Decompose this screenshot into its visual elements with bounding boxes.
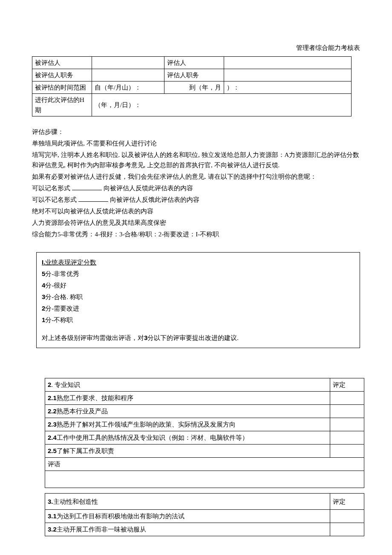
eval-row: 2.2熟悉本行业及产品 <box>45 405 330 418</box>
info-label: 被评怙的时间范困 <box>32 81 92 94</box>
score-text: 分-非常优秀 <box>45 270 79 277</box>
eval-row-no: 2.2 <box>48 407 57 415</box>
eval-header: 3.主动性和创造性 <box>45 494 330 510</box>
eval-row-text: 工作中使用工具的熟练情况及专业知识（例如：涔材、电脑软件等） <box>57 434 248 441</box>
score-text: 分-不称职 <box>45 317 73 323</box>
info-value: （年，月/日）： <box>92 94 352 116</box>
eval-row-text: 了解下属工作及职责 <box>57 447 114 454</box>
info-value <box>92 69 164 81</box>
eval-table-2: 2. 专业知识 评定 2.1熟您工作要求、技能和程序 2.2熟悉本行业及产品 2… <box>45 378 364 488</box>
eval-row-no: 2.1 <box>48 394 57 401</box>
info-label: 评估人职务 <box>164 69 224 81</box>
score-text: 分-合格. 称职 <box>45 293 83 300</box>
eval-comment-label: 评语 <box>45 458 364 471</box>
step-line: 可以记名形式向被评估人反馈此评估表的内容 <box>32 183 360 193</box>
info-value <box>224 57 352 69</box>
eval-row: 2.3熟悉并了解对其工作领域产生影响的政策、实际情况及发展方向 <box>45 418 330 431</box>
eval-row-no: 2.3 <box>48 421 57 428</box>
eval-row-no: 3.1 <box>48 512 57 520</box>
eval-rating-cell <box>330 418 364 431</box>
eval-row-text: 熟悉本行业及产品 <box>57 408 108 415</box>
eval-rating-cell <box>330 431 364 445</box>
eval-table-3: 3.主动性和创造性 评定 3.1为达到工作目标而积极地做出有影响力的法试 3.2… <box>45 493 364 536</box>
eval-header: 2. 专业知识 <box>45 378 330 392</box>
info-label: 被评估人 <box>32 57 92 69</box>
eval-header-rating: 评定 <box>330 378 364 392</box>
eval-rating-cell <box>330 523 364 536</box>
step-line: 绝对不可以向被评估人反馈此评估表的内容 <box>32 206 360 216</box>
blank-line <box>72 190 102 190</box>
section-1-title: 业统表现评定分数 <box>45 259 96 266</box>
info-label: 进行此次评估的H期 <box>32 94 92 116</box>
info-value: 自（年/月山）： <box>92 81 164 94</box>
steps-title: 评估步骤： <box>32 127 360 137</box>
info-table: 被评估人 评估人 被评估人职务 评估人职务 被评怙的时间范困 自（年/月山）： … <box>32 56 352 116</box>
eval-rating-cell <box>330 392 364 405</box>
section-1-note: 分以下的评审要提出改进的建议. <box>147 334 239 341</box>
step-text: 埴写完毕, 注明本人姓名和职位. 以及被评估人的姓名和职位, 独立发送给总部人力… <box>32 151 359 169</box>
eval-row-no: 2.4 <box>48 434 57 441</box>
eval-header-title: 主动性和创造性 <box>53 498 98 505</box>
eval-row: 2.4工作中使用工具的熟练情况及专业知识（例如：涔材、电脑软件等） <box>45 431 330 445</box>
info-label: 评估人 <box>164 57 224 69</box>
eval-header-title: . 专业知识 <box>51 381 80 388</box>
eval-row: 3.2主动开展工作而非一味被动服从 <box>45 523 330 536</box>
blank-line <box>78 201 108 202</box>
eval-row: 2.1熟您工作要求、技能和程序 <box>45 392 330 405</box>
eval-row-text: 主动开展工作而非一味被动服从 <box>57 526 146 533</box>
section-1-note: 对上述各级别评审均需做出评语，对 <box>42 334 144 341</box>
step-text: 综合能力5-非常优秀：4-很好：3-合格/称职：2-衙要改进：I-不称职 <box>32 231 219 238</box>
eval-row: 3.1为达到工作目标而积极地做出有影响力的法试 <box>45 510 330 523</box>
step-text: 向被评估人反馈此评估表的内容 <box>104 185 193 192</box>
eval-header-no: 3. <box>48 498 53 505</box>
step-line: 综合能力5-非常优秀：4-很好：3-合格/称职：2-衙要改进：I-不称职 <box>32 229 360 239</box>
step-text: 可以不记名形式 <box>32 196 77 203</box>
info-label: 到（年，月 <box>164 81 224 94</box>
info-value: ）： <box>224 81 352 94</box>
score-text: 分-需要改进 <box>45 305 79 312</box>
info-value <box>224 69 352 81</box>
steps-block: 评估步骤： 单独埴局此项评估, 不需要和任何人进行讨论 埴写完毕, 注明本人姓名… <box>32 127 360 239</box>
info-value <box>92 57 164 69</box>
eval-row-no: 2.5 <box>48 447 57 454</box>
eval-rating-cell <box>330 510 364 523</box>
step-text: 向被评估人反饿此评估表的内容 <box>110 196 199 203</box>
eval-row-text: 为达到工作目标而积极地做出有影响力的法试 <box>57 513 184 520</box>
eval-row-text: 熟悉并了解对其工作领域产生影响的政策、实际情况及发展方向 <box>57 421 236 428</box>
eval-row-text: 熟您工作要求、技能和程序 <box>57 395 133 401</box>
eval-row: 2.5了解下属工作及职责 <box>45 445 330 458</box>
eval-row-no: 3.2 <box>48 526 57 533</box>
step-line: 可以不记名形式向被评估人反饿此评估表的内容 <box>32 195 360 205</box>
page-title: 管理者综合能力考核表 <box>32 43 360 53</box>
eval-comment-cell <box>45 471 364 488</box>
score-text: 分-很好 <box>45 282 66 289</box>
step-line: 人力资源部会符评估人的意见及其结果高度保密 <box>32 218 360 228</box>
eval-rating-cell <box>330 445 364 458</box>
section-1-box: I.业统表现评定分数 5分-非常优秀 4分-很好 3分-合格. 称职 2分-需要… <box>36 252 360 348</box>
step-text: 可以记名形式 <box>32 185 70 192</box>
step-line: 埴写完毕, 注明本人姓名和职位. 以及被评估人的姓名和职位, 独立发送给总部人力… <box>32 150 360 170</box>
info-label: 被评估人职务 <box>32 69 92 81</box>
step-line: 如果有必要对被评估人进行反健，我们会先征求评估人的意见. 请在以下的选择中打勾注… <box>32 171 360 182</box>
eval-rating-cell <box>330 405 364 418</box>
step-line: 单独埴局此项评估, 不需要和任何人进行讨论 <box>32 138 360 148</box>
eval-header-rating: 评定 <box>330 494 364 510</box>
